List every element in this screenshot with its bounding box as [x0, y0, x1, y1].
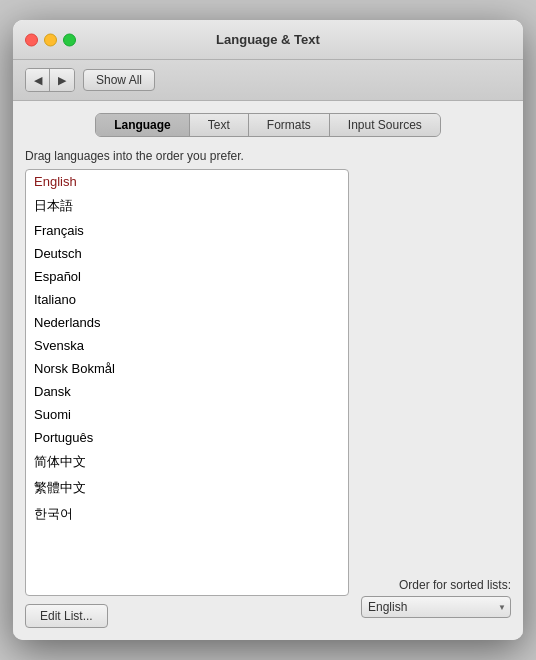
language-item[interactable]: English [26, 170, 348, 193]
tab-language[interactable]: Language [96, 114, 190, 136]
titlebar: Language & Text [13, 20, 523, 60]
language-item[interactable]: Deutsch [26, 242, 348, 265]
language-item[interactable]: Español [26, 265, 348, 288]
sorted-lists-select[interactable]: English 日本語 Français Deutsch [361, 596, 511, 618]
main-window: Language & Text ◀ ▶ Show All Language Te… [13, 20, 523, 640]
tab-formats[interactable]: Formats [249, 114, 330, 136]
language-item[interactable]: Nederlands [26, 311, 348, 334]
language-item[interactable]: Português [26, 426, 348, 449]
language-item[interactable]: Français [26, 219, 348, 242]
forward-button[interactable]: ▶ [50, 69, 74, 91]
tab-input-sources[interactable]: Input Sources [330, 114, 440, 136]
language-item[interactable]: 日本語 [26, 193, 348, 219]
language-item[interactable]: Dansk [26, 380, 348, 403]
window-title: Language & Text [216, 32, 320, 47]
instruction-text: Drag languages into the order you prefer… [25, 149, 349, 163]
edit-list-button[interactable]: Edit List... [25, 604, 108, 628]
toolbar: ◀ ▶ Show All [13, 60, 523, 101]
sorted-select-wrapper: English 日本語 Français Deutsch [361, 596, 511, 618]
language-item[interactable]: 한국어 [26, 501, 348, 527]
sorted-lists-label: Order for sorted lists: [361, 578, 511, 592]
language-item[interactable]: Norsk Bokmål [26, 357, 348, 380]
tab-text[interactable]: Text [190, 114, 249, 136]
content-area: Language Text Formats Input Sources Drag… [13, 101, 523, 640]
main-area: Drag languages into the order you prefer… [25, 149, 511, 628]
language-item[interactable]: 繁體中文 [26, 475, 348, 501]
right-panel: Order for sorted lists: English 日本語 Fran… [361, 149, 511, 628]
language-item[interactable]: Italiano [26, 288, 348, 311]
minimize-button[interactable] [44, 33, 57, 46]
tab-bar: Language Text Formats Input Sources [25, 113, 511, 137]
close-button[interactable] [25, 33, 38, 46]
maximize-button[interactable] [63, 33, 76, 46]
language-list[interactable]: English日本語FrançaisDeutschEspañolItaliano… [25, 169, 349, 596]
language-item[interactable]: Suomi [26, 403, 348, 426]
traffic-lights [25, 33, 76, 46]
left-panel: Drag languages into the order you prefer… [25, 149, 349, 628]
language-item[interactable]: 简体中文 [26, 449, 348, 475]
show-all-button[interactable]: Show All [83, 69, 155, 91]
tab-group: Language Text Formats Input Sources [95, 113, 441, 137]
language-item[interactable]: Svenska [26, 334, 348, 357]
nav-buttons: ◀ ▶ [25, 68, 75, 92]
back-button[interactable]: ◀ [26, 69, 50, 91]
